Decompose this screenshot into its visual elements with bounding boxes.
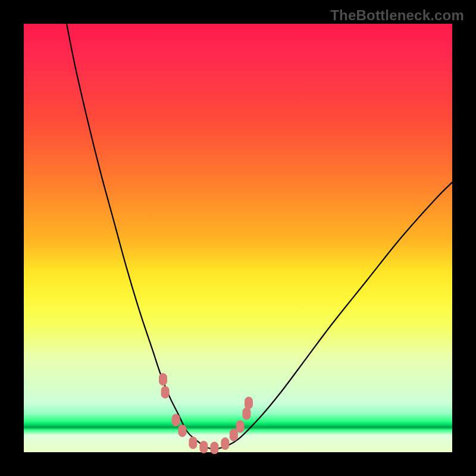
curve-marker [243,408,250,419]
curve-marker [230,429,237,441]
curve-svg [24,24,452,452]
marker-group [159,374,253,454]
curve-marker [221,438,229,450]
curve-marker [189,437,197,449]
watermark-text: TheBottleneck.com [330,7,464,24]
bottleneck-curve [67,24,452,449]
curve-marker [178,425,186,437]
curve-marker [245,397,253,409]
outer-frame: TheBottleneck.com [0,0,476,476]
curve-marker [161,386,169,398]
curve-marker [236,421,244,433]
curve-marker [200,441,208,453]
curve-marker [159,374,167,386]
plot-area [24,24,452,452]
curve-marker [211,442,218,454]
curve-marker [172,414,180,426]
